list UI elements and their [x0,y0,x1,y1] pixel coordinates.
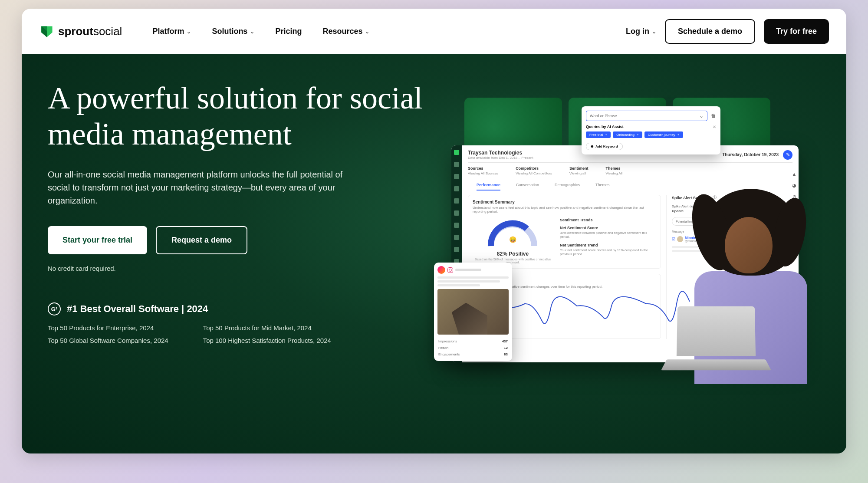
card-desc: Understand how users feel about this top… [473,206,656,214]
nav-platform[interactable]: Platform⌄ [152,27,191,36]
social-post-card: Impressions437 Reach12 Engagements83 [434,263,512,361]
net-score-desc: 38% difference between positive and nega… [560,231,656,239]
stat-engagements: Engagements83 [437,351,509,358]
query-chip[interactable]: Free trial+ [586,131,611,138]
start-trial-button[interactable]: Start your free trial [48,226,147,254]
query-ai-popup: Word or Phrase⌄ 🗑 ✕ Queries by AI Assist… [582,106,720,154]
gauge-value: 82% Positive [497,251,529,257]
query-chip[interactable]: Onboarding+ [613,131,642,138]
query-chips: Free trial+ Onboarding+ Customer journey… [586,131,716,138]
tab-performance[interactable]: Performance [477,183,500,191]
query-input[interactable]: Word or Phrase⌄ [586,111,707,121]
dashboard-date: Thursday, October 19, 2023 [722,152,779,157]
dashboard-company: Traysan Technologies [468,150,533,156]
schedule-demo-button[interactable]: Schedule a demo [665,19,755,44]
chevron-down-icon: ⌄ [365,29,369,35]
sidebar-logo-icon[interactable] [454,150,459,155]
award-headline: G² #1 Best Overall Software | 2024 [48,302,430,315]
query-section-label: Queries by AI Assist [586,125,716,129]
sidebar-nav-icon[interactable] [454,186,459,191]
sidebar-nav-icon[interactable] [454,235,459,240]
hero-cta-row: Start your free trial Request a demo [48,226,430,254]
net-trend-desc: Your net sentiment score decreased by 11… [560,248,656,256]
chevron-down-icon: ⌄ [250,29,254,35]
nav-links: Platform⌄ Solutions⌄ Pricing Resources⌄ [152,27,369,36]
award-item: Top 50 Products for Mid Market, 2024 [203,324,331,332]
trends-title: Sentiment Trends [560,218,656,222]
award-item: Top 50 Global Software Companies, 2024 [48,337,168,344]
try-free-button[interactable]: Try for free [764,19,829,44]
sidebar-nav-icon[interactable] [454,210,459,216]
nav-resources[interactable]: Resources⌄ [322,27,369,36]
brand-name: sproutsocial [58,25,122,38]
chevron-down-icon: ⌄ [652,29,656,35]
query-chip[interactable]: Customer journey+ [644,131,683,138]
chevron-down-icon: ⌄ [699,113,704,119]
sidebar-nav-icon[interactable] [454,223,459,228]
sidebar-nav-icon[interactable] [454,198,459,204]
person-with-laptop [651,176,816,393]
placeholder-name [455,269,481,271]
award-item: Top 100 Highest Satisfaction Products, 2… [203,337,331,344]
stat-impressions: Impressions437 [437,338,509,345]
card-title: Sentiment Summary [473,200,656,204]
filter-sentiment[interactable]: SentimentViewing all [569,166,589,175]
avatar [437,266,445,274]
smile-icon: 😄 [509,236,516,243]
tab-conversation[interactable]: Conversation [516,183,539,191]
login-link[interactable]: Log in⌄ [626,27,656,36]
nav-solutions[interactable]: Solutions⌄ [212,27,254,36]
sidebar-nav-icon[interactable] [454,162,459,167]
tab-themes[interactable]: Themes [595,183,610,191]
dashboard-date-range: Data available from Dec 1, 2018 – Presen… [468,156,533,160]
placeholder-line [437,276,509,279]
sentiment-summary-card: Sentiment Summary Understand how users f… [468,195,661,269]
net-trend-label: Net Sentiment Trend [560,243,656,247]
trash-icon[interactable]: 🗑 [711,113,716,119]
close-icon[interactable]: ✕ [713,125,716,129]
hero-title: A powerful solution for social media man… [48,80,430,152]
stat-reach: Reach12 [437,345,509,351]
laptop [664,306,768,375]
svg-text:G²: G² [51,306,58,312]
brand-logo[interactable]: sproutsocial [39,24,122,39]
award-item: Top 50 Products for Enterprise, 2024 [48,324,168,332]
nav-right: Log in⌄ Schedule a demo Try for free [626,19,829,44]
nav-pricing[interactable]: Pricing [275,27,302,36]
award-main-text: #1 Best Overall Software | 2024 [67,303,208,315]
award-list: Top 50 Products for Enterprise, 2024 Top… [48,324,430,344]
chevron-down-icon: ⌄ [187,29,191,35]
placeholder-line [437,284,480,286]
tab-demographics[interactable]: Demographics [555,183,580,191]
post-image [437,289,509,335]
sprout-leaf-icon [39,24,55,39]
sentiment-trends-box: Sentiment Trends Net Sentiment Score 38%… [560,218,656,264]
product-mockup: Word or Phrase⌄ 🗑 ✕ Queries by AI Assist… [447,98,803,367]
net-score-label: Net Sentiment Score [560,226,656,230]
sentiment-gauge: 😄 82% Positive Based on the 56% of messa… [473,218,553,264]
edit-icon[interactable]: ✎ [783,150,792,160]
hero-note: No credit card required. [48,265,430,272]
sidebar-nav-icon[interactable] [454,174,459,179]
hero-content: A powerful solution for social media man… [48,80,447,436]
filter-competitors[interactable]: CompetitorsViewing All Competitors [516,166,552,175]
placeholder-line [437,280,500,283]
sidebar-nav-icon[interactable] [454,247,459,252]
filter-themes[interactable]: ThemesViewing All [606,166,623,175]
request-demo-button[interactable]: Request a demo [156,226,247,254]
filter-sources[interactable]: SourcesViewing All Sources [468,166,498,175]
hero-visual: Word or Phrase⌄ 🗑 ✕ Queries by AI Assist… [447,80,846,436]
main-navbar: sproutsocial Platform⌄ Solutions⌄ Pricin… [22,9,846,54]
hero-section: A powerful solution for social media man… [22,54,846,453]
add-keyword-button[interactable]: ⊕Add Keyword [586,143,623,150]
hero-subtitle: Our all-in-one social media management p… [48,168,352,207]
instagram-icon [447,267,453,273]
g2-icon: G² [48,302,61,315]
plus-icon: ⊕ [591,145,594,148]
